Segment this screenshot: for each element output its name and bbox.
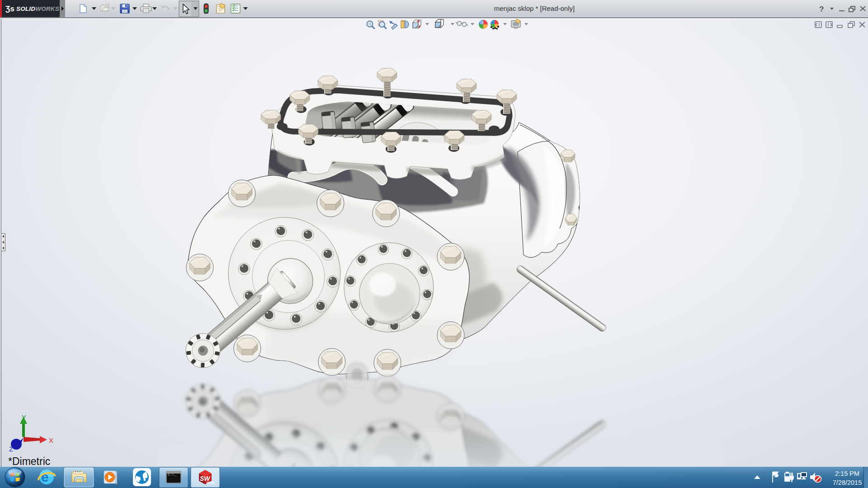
svg-text:?: ? — [819, 5, 824, 14]
svg-text:SOLIDWORKS: SOLIDWORKS — [16, 5, 59, 12]
svg-text:7/28/2015: 7/28/2015 — [833, 479, 862, 486]
svg-text:X: X — [49, 436, 53, 444]
svg-text:e: e — [41, 469, 49, 484]
svg-text:Ʒs: Ʒs — [5, 5, 14, 13]
svg-text:Z: Z — [9, 445, 13, 453]
svg-text:2015: 2015 — [206, 481, 214, 485]
svg-text:2:15 PM: 2:15 PM — [835, 470, 859, 477]
svg-text:C:\_: C:\_ — [168, 473, 176, 477]
